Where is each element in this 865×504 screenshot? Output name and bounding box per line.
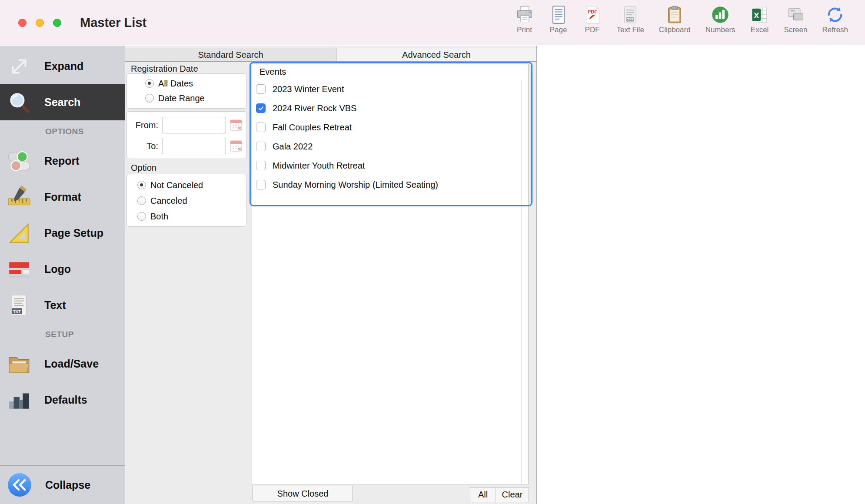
events-scrollbar[interactable] [521,80,522,484]
sidebar-item-expand[interactable]: Expand [0,48,125,84]
event-row[interactable]: Sunday Morning Worship (Limited Seating) [252,175,528,194]
toolbar-page-button[interactable]: Page [542,5,576,34]
close-button[interactable] [18,19,27,27]
svg-text:TXT: TXT [627,17,634,21]
radio-date-range[interactable]: Date Range [145,91,246,106]
sidebar-item-logo[interactable]: Logo [0,251,125,287]
radio-canceled[interactable]: Canceled [137,193,246,209]
sidebar-item-page-setup[interactable]: Page Setup [0,215,125,251]
sidebar-item-search[interactable]: Search [0,84,125,120]
radio-control[interactable] [145,79,154,88]
svg-text:X: X [754,11,759,20]
toolbar-label: Page [550,26,567,34]
toolbar-label: Print [517,26,532,34]
registration-date-group: All Dates Date Range [126,73,247,109]
option-group: Not Canceled Canceled Both [126,174,247,227]
toolbar-label: Text File [617,26,644,34]
from-date-input[interactable] [163,117,226,133]
show-closed-button[interactable]: Show Closed [253,486,353,501]
toolbar-text-file-button[interactable]: TXT Text File [609,5,652,34]
page-icon [549,5,568,24]
toolbar-print-button[interactable]: Print [508,5,542,34]
sidebar-item-label: Search [44,96,80,109]
toolbar-pdf-button[interactable]: PDF PDF [576,5,609,34]
from-label: From: [129,120,158,130]
sidebar-item-defaults[interactable]: Defaults [0,382,125,418]
radio-control[interactable] [145,94,154,103]
clipboard-icon [665,5,684,24]
calendar-icon[interactable] [230,118,243,132]
minimize-button[interactable] [36,19,44,27]
sidebar-item-label: Defaults [44,394,87,406]
event-label: Gala 2022 [273,142,313,152]
checkbox[interactable] [256,142,266,151]
zoom-button[interactable] [53,19,61,27]
toolbar-refresh-button[interactable]: Refresh [815,5,855,34]
all-button[interactable]: All [470,487,496,502]
sidebar-item-label: Text [44,299,66,312]
tab-advanced-search[interactable]: Advanced Search [336,48,536,61]
sidebar-item-format[interactable]: Format [0,179,125,215]
event-label: 2023 Winter Event [273,84,344,94]
event-row[interactable]: Midwinter Youth Retreat [252,156,528,175]
sidebar-item-report[interactable]: Report [0,143,125,179]
toolbar-excel-button[interactable]: X Excel [743,5,777,34]
event-label: Sunday Morning Worship (Limited Seating) [273,180,438,190]
toolbar-label: Screen [784,26,808,34]
checkbox[interactable] [256,180,266,189]
checkbox[interactable] [256,123,266,132]
radio-control[interactable] [137,196,146,205]
option-title: Option [131,163,156,173]
toolbar-label: Refresh [822,26,848,34]
sidebar-item-collapse[interactable]: Collapse [0,465,125,504]
toolbar-label: Numbers [705,26,735,34]
sidebar-item-load-save[interactable]: Load/Save [0,346,125,382]
expand-icon [7,54,31,79]
page-setup-icon [7,221,31,245]
checkbox[interactable] [256,161,266,170]
sidebar-item-label: Collapse [45,479,90,491]
toolbar-numbers-button[interactable]: Numbers [698,5,743,34]
toolbar-clipboard-button[interactable]: Clipboard [652,5,698,34]
format-icon [7,185,31,209]
calendar-icon[interactable] [230,139,243,153]
event-row[interactable]: Gala 2022 [252,137,528,156]
radio-control[interactable] [137,181,146,189]
event-row[interactable]: 2024 River Rock VBS [252,99,528,118]
event-row[interactable]: 2023 Winter Event [252,80,528,99]
tab-label: Advanced Search [402,50,471,60]
traffic-lights [18,19,61,27]
radio-label: Not Canceled [150,180,203,190]
logo-icon [7,257,31,282]
radio-all-dates[interactable]: All Dates [145,76,246,91]
text-icon: TXT [7,293,31,318]
sidebar-item-label: Logo [44,263,71,275]
sidebar: Expand Search OPTIONS Report Format [0,46,125,504]
event-row[interactable]: Fall Couples Retreat [252,118,528,137]
to-date-row: To: [127,138,246,154]
tab-standard-search[interactable]: Standard Search [125,48,336,61]
text-file-icon: TXT [621,5,640,24]
report-icon [7,149,31,173]
from-date-row: From: [127,117,246,133]
event-label: Fall Couples Retreat [273,123,352,133]
to-date-input[interactable] [163,138,226,154]
clear-button[interactable]: Clear [496,487,529,502]
show-closed-label: Show Closed [277,489,329,499]
printer-icon [515,5,534,24]
sidebar-item-text[interactable]: TXT Text [0,287,125,323]
radio-control[interactable] [137,212,146,221]
toolbar-screen-button[interactable]: Screen [777,5,815,34]
sidebar-item-label: Load/Save [44,358,99,370]
events-title: Events [252,64,528,80]
radio-both[interactable]: Both [137,209,246,224]
checkbox[interactable] [256,84,266,94]
toolbar-label: Clipboard [659,26,691,34]
app-window: Master List Print Page PDF PDF [0,0,865,504]
event-label: 2024 River Rock VBS [273,103,356,113]
radio-label: Canceled [150,196,187,206]
app-body: Expand Search OPTIONS Report Format [0,46,865,504]
numbers-icon [711,5,730,24]
checkbox[interactable] [256,103,266,113]
radio-not-canceled[interactable]: Not Canceled [137,177,246,193]
